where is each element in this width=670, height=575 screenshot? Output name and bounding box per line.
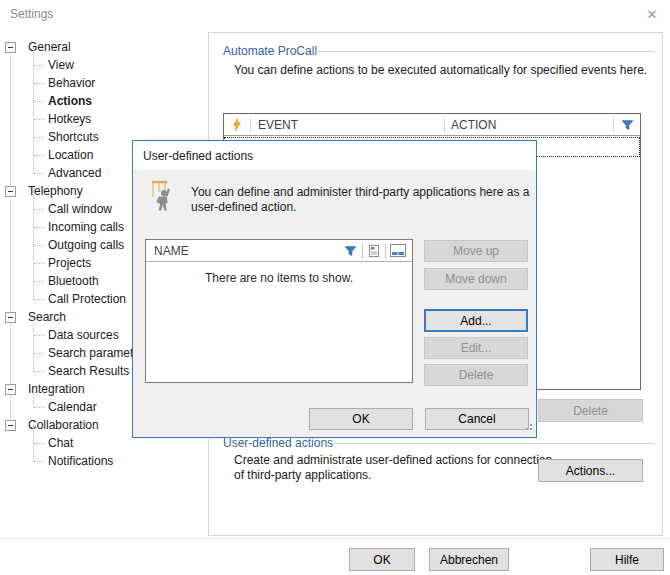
user-actions-description-line2: of third-party applications. bbox=[234, 468, 371, 482]
dialog-cancel-button[interactable]: Cancel bbox=[425, 408, 529, 430]
collapse-icon[interactable] bbox=[5, 420, 16, 431]
cancel-button[interactable]: Abbrechen bbox=[429, 548, 509, 571]
filter-funnel-icon[interactable] bbox=[614, 118, 640, 132]
list-header: NAME bbox=[146, 240, 412, 262]
events-table-header: EVENT ACTION bbox=[224, 114, 640, 136]
tree-label: Projects bbox=[48, 256, 91, 270]
automate-description: You can define actions to be executed au… bbox=[234, 63, 647, 77]
tree-item-notifications[interactable]: Notifications bbox=[0, 452, 205, 470]
filter-funnel-icon[interactable] bbox=[343, 244, 358, 258]
dialog-title: User-defined actions bbox=[143, 149, 253, 163]
toolbar-divider bbox=[362, 243, 363, 259]
column-header-event[interactable]: EVENT bbox=[251, 118, 444, 132]
tree-label: Outgoing calls bbox=[48, 238, 124, 252]
tree-label: Hotkeys bbox=[48, 112, 91, 126]
tree-item-actions[interactable]: Actions bbox=[0, 92, 205, 110]
tree-label: Integration bbox=[28, 382, 85, 396]
tree-label: Bluetooth bbox=[48, 274, 99, 288]
collapse-icon[interactable] bbox=[5, 186, 16, 197]
help-button[interactable]: Hilfe bbox=[590, 548, 664, 571]
tree-label: Incoming calls bbox=[48, 220, 124, 234]
tree-label: Actions bbox=[48, 94, 92, 108]
toolbar-divider bbox=[385, 243, 386, 259]
tree-label: Call Protection bbox=[48, 292, 126, 306]
tree-label: Advanced bbox=[48, 166, 101, 180]
tree-label: Call window bbox=[48, 202, 112, 216]
empty-list-message: There are no items to show. bbox=[146, 271, 412, 285]
group-divider bbox=[333, 443, 654, 444]
user-actions-list: NAME There are no items to show. bbox=[145, 239, 413, 383]
ok-button[interactable]: OK bbox=[349, 548, 415, 571]
tree-item-behavior[interactable]: Behavior bbox=[0, 74, 205, 92]
tree-label: Behavior bbox=[48, 76, 95, 90]
tree-label: Data sources bbox=[48, 328, 119, 342]
actions-button[interactable]: Actions... bbox=[538, 459, 643, 482]
field-chooser-icon[interactable] bbox=[390, 244, 406, 257]
tree-label: General bbox=[28, 40, 71, 54]
tree-label: Telephony bbox=[28, 184, 83, 198]
delete-button[interactable]: Delete bbox=[538, 399, 643, 422]
tree-label: Notifications bbox=[48, 454, 113, 468]
dialog-delete-button[interactable]: Delete bbox=[424, 364, 528, 386]
footer-divider bbox=[0, 538, 670, 539]
add-button[interactable]: Add... bbox=[424, 309, 528, 332]
edit-button[interactable]: Edit... bbox=[424, 337, 528, 359]
close-icon[interactable]: ✕ bbox=[643, 6, 661, 24]
marionette-icon bbox=[149, 179, 177, 218]
group-panel-icon[interactable] bbox=[367, 244, 381, 258]
lightning-icon bbox=[224, 117, 250, 132]
column-header-name[interactable]: NAME bbox=[154, 244, 341, 258]
window-title: Settings bbox=[10, 7, 53, 21]
collapse-icon[interactable] bbox=[5, 384, 16, 395]
tree-label: Collaboration bbox=[28, 418, 99, 432]
group-title-automate-procall: Automate ProCall bbox=[223, 44, 317, 58]
tree-item-hotkeys[interactable]: Hotkeys bbox=[0, 110, 205, 128]
move-down-button[interactable]: Move down bbox=[424, 268, 528, 290]
group-title-user-defined-actions: User-defined actions bbox=[223, 436, 333, 450]
column-header-action[interactable]: ACTION bbox=[445, 118, 613, 132]
user-defined-actions-dialog: User-defined actions You can define and … bbox=[132, 140, 537, 438]
user-actions-description-line1: Create and administrate user-defined act… bbox=[234, 453, 552, 467]
tree-label: Location bbox=[48, 148, 93, 162]
dialog-description-line2: user-defined action. bbox=[191, 200, 296, 214]
move-up-button[interactable]: Move up bbox=[424, 240, 528, 262]
group-divider bbox=[315, 51, 654, 52]
tree-label: Search Results bbox=[48, 364, 129, 378]
dialog-ok-button[interactable]: OK bbox=[309, 408, 413, 430]
resize-grip-icon[interactable] bbox=[524, 420, 533, 434]
tree-item-general[interactable]: General bbox=[0, 38, 205, 56]
tree-item-view[interactable]: View bbox=[0, 56, 205, 74]
collapse-icon[interactable] bbox=[5, 312, 16, 323]
tree-label: Calendar bbox=[48, 400, 97, 414]
tree-label: Shortcuts bbox=[48, 130, 99, 144]
collapse-icon[interactable] bbox=[5, 42, 16, 53]
tree-label: Chat bbox=[48, 436, 73, 450]
dialog-description-line1: You can define and administer third-part… bbox=[191, 185, 529, 199]
tree-label: View bbox=[48, 58, 74, 72]
